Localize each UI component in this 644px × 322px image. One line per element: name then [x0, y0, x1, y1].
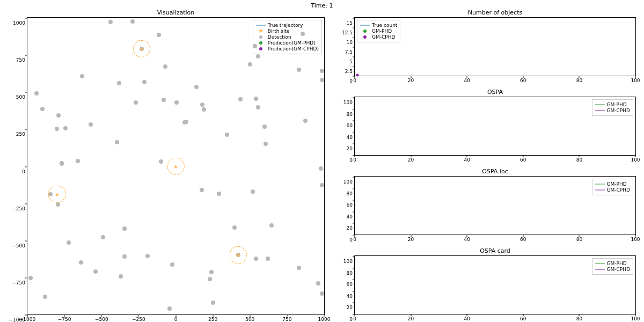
visualization-title: Visualization	[27, 9, 324, 16]
legend-entry: True trajectory	[256, 23, 319, 28]
y-tick-label: 100	[343, 259, 353, 264]
detection-point	[55, 127, 59, 131]
visualization-axes: Visualization True trajectory★Birth site…	[27, 17, 325, 315]
detection-point	[63, 126, 68, 130]
x-tick-label: 20	[408, 157, 414, 163]
y-tick-label: 60	[347, 202, 353, 208]
y-tick-label: −1000	[9, 317, 25, 322]
numobjects-title: Number of objects	[355, 9, 635, 16]
birth-site-star-icon: ★	[173, 163, 178, 169]
birth-site-star-icon: ★	[236, 252, 240, 258]
y-tick-label: 20	[347, 305, 353, 310]
y-tick-label: 0	[349, 317, 353, 322]
y-tick-label: 40	[347, 135, 353, 140]
y-tick-label: 20	[347, 225, 353, 231]
legend-entry: True count	[360, 23, 397, 28]
detection-point	[297, 68, 301, 72]
x-tick-label: 80	[576, 78, 582, 83]
detection-point	[200, 103, 204, 107]
legend-entry: Detection	[256, 34, 319, 40]
legend-entry: Prediction(GM-CPHD)	[256, 46, 319, 52]
y-tick-label: 250	[16, 131, 25, 137]
y-tick-label: 15	[347, 20, 353, 26]
detection-point	[56, 113, 61, 118]
y-tick-label: 0	[349, 158, 353, 163]
ospa-loc-axes: OSPA loc 020406080100020406080100GM-PHDG…	[354, 176, 636, 235]
x-tick-label: 20	[408, 78, 414, 83]
detection-point	[254, 257, 258, 261]
legend-entry: GM-PHD	[595, 261, 630, 266]
x-tick-label: 20	[408, 237, 414, 242]
detection-point	[320, 78, 324, 82]
detection-point	[40, 107, 45, 111]
legend-entry: GM-CPHD	[595, 108, 630, 113]
legend-label: True count	[372, 23, 397, 28]
detection-point	[174, 100, 179, 105]
detection-point	[319, 166, 323, 171]
legend-label: Prediction(GM-PHD)	[268, 40, 316, 46]
ospa-axes: OSPA 020406080100020406080100GM-PHDGM-CP…	[354, 97, 636, 156]
y-tick-label: 100	[343, 100, 353, 105]
birth-site-star-icon: ★	[139, 46, 144, 52]
x-tick-label: 80	[576, 316, 582, 321]
x-tick-label: 0	[353, 316, 356, 321]
detection-point	[122, 226, 127, 231]
ospa-loc-title: OSPA loc	[355, 168, 635, 175]
y-tick-label: 7.5	[345, 49, 353, 55]
detection-point	[34, 91, 39, 96]
legend-entry: Prediction(GM-PHD)	[256, 40, 319, 46]
detection-point	[163, 64, 167, 69]
birth-site-star-icon: ★	[55, 192, 60, 197]
detection-point	[297, 266, 301, 270]
y-tick-label: 0	[349, 237, 353, 243]
detection-point	[89, 122, 93, 127]
x-tick-label: −250	[132, 317, 145, 322]
detection-point	[225, 133, 229, 137]
legend: True countGM-PHDGM-CPHD	[357, 20, 400, 42]
detection-point	[200, 188, 204, 192]
detection-point	[56, 202, 60, 207]
detection-point	[167, 306, 172, 311]
y-tick-label: 40	[347, 294, 353, 299]
detection-point	[256, 54, 260, 58]
y-tick-label: −750	[12, 280, 25, 286]
detection-point	[320, 69, 324, 73]
legend-label: GM-CPHD	[607, 267, 630, 272]
legend-entry: GM-CPHD	[360, 34, 397, 40]
detection-point	[254, 97, 258, 101]
detection-point	[28, 276, 33, 280]
detection-point	[119, 274, 123, 279]
legend-label: GM-PHD	[607, 181, 627, 187]
detection-point	[248, 62, 252, 67]
detection-point	[194, 85, 199, 89]
x-tick-label: 80	[576, 157, 582, 163]
detection-point	[60, 162, 64, 166]
detection-point	[101, 235, 105, 239]
x-tick-label: 60	[520, 237, 526, 242]
legend-entry: GM-CPHD	[595, 187, 630, 193]
detection-point	[130, 19, 135, 24]
x-tick-label: 60	[520, 157, 526, 163]
x-tick-label: 80	[576, 237, 582, 242]
x-tick-label: 100	[631, 316, 640, 321]
y-tick-label: 12.5	[342, 30, 353, 35]
y-tick-label: 80	[347, 112, 353, 117]
legend-label: GM-PHD	[607, 261, 627, 266]
y-tick-label: 100	[343, 179, 353, 185]
legend-entry: GM-PHD	[360, 28, 397, 34]
x-tick-label: −500	[95, 317, 108, 322]
visualization-legend: True trajectory★Birth siteDetectionPredi…	[253, 20, 322, 54]
legend-label: Birth site	[268, 28, 290, 34]
detection-point	[238, 97, 243, 101]
x-tick-label: 60	[520, 78, 526, 83]
y-tick-label: 60	[347, 123, 353, 128]
detection-point	[134, 100, 138, 105]
x-tick-label: 40	[464, 316, 470, 321]
x-tick-label: 100	[631, 237, 640, 242]
detection-point	[253, 44, 257, 48]
ospa-title: OSPA	[355, 89, 635, 96]
detection-point	[303, 119, 308, 123]
x-tick-label: 750	[282, 317, 291, 322]
numobjects-axes: Number of objects 02040608010002.557.510…	[354, 17, 636, 76]
x-tick-label: 100	[631, 78, 640, 83]
